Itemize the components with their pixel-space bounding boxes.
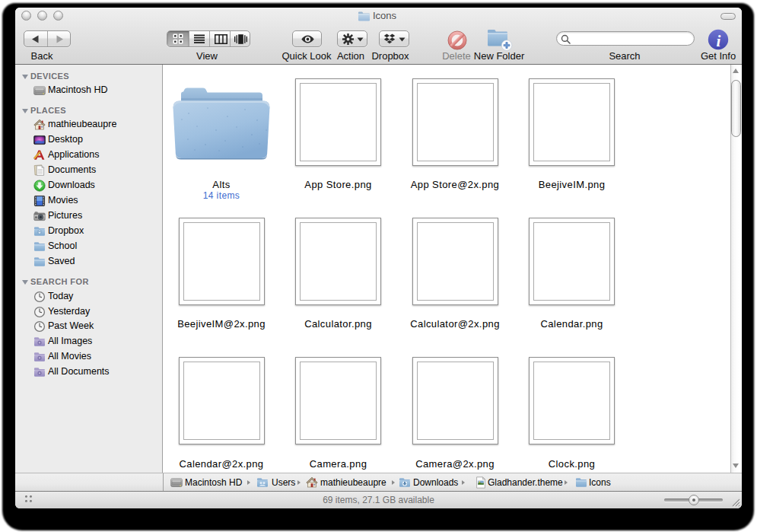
svg-text:i: i	[717, 32, 721, 50]
